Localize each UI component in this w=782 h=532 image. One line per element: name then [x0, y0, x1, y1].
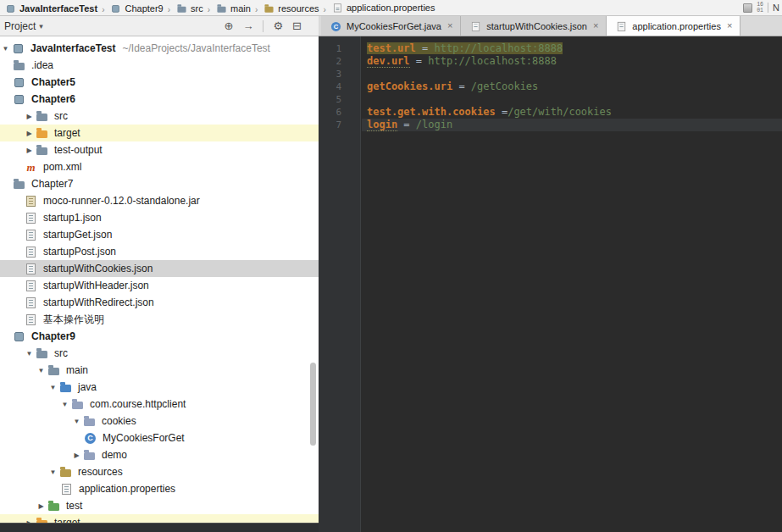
project-panel-title[interactable]: Project	[4, 20, 36, 32]
tree-item[interactable]: ▼java	[0, 379, 319, 396]
tree-item-label: startupGet.json	[42, 229, 114, 241]
tree-item-label: main	[64, 364, 90, 376]
project-tree[interactable]: ▼JavaInterfaceTest~/IdeaProjects/JavaInt…	[0, 36, 319, 524]
tree-item-label: Chapter9	[30, 330, 77, 342]
tree-item[interactable]: ▶target	[0, 125, 319, 141]
tree-item[interactable]: ▼com.course.httpclient	[0, 396, 319, 413]
json-icon	[24, 262, 38, 275]
tree-item[interactable]: ▼cookies	[0, 413, 319, 429]
tree-item[interactable]: ▼main	[0, 362, 319, 379]
tree-item[interactable]: 基本操作说明	[0, 311, 319, 328]
collapse-arrow-icon[interactable]: ▼	[24, 350, 35, 357]
tree-item-label: resources	[76, 466, 125, 478]
toolbar-row: Project ▾ ⊕→⚙⊟ CMyCookiesForGet.java×sta…	[0, 16, 782, 36]
package-icon	[82, 448, 97, 462]
tree-item-label: startup1.json	[42, 212, 103, 224]
folder-test-icon	[47, 499, 61, 513]
collapse-arrow-icon[interactable]: ▼	[36, 367, 47, 374]
folder-resources-icon	[263, 3, 275, 13]
bottom-strip	[0, 523, 319, 532]
tree-item[interactable]: startupWithCookies.json	[0, 260, 319, 277]
expand-arrow-icon[interactable]: ▶	[36, 502, 47, 510]
collapse-arrow-icon[interactable]: ▼	[0, 45, 11, 53]
tree-item[interactable]: .idea	[0, 57, 319, 74]
tree-item[interactable]: moco-runner-0.12.0-standalone.jar	[0, 192, 319, 209]
breadcrumb-label: JavaInterfaceTest	[19, 3, 97, 14]
tree-item-label: startupPost.json	[42, 246, 118, 258]
tree-item[interactable]: startupWithRedirect.json	[0, 294, 319, 311]
tree-item-label: demo	[100, 449, 129, 461]
expand-arrow-icon[interactable]: ▶	[24, 113, 35, 120]
tree-item-label: 基本操作说明	[42, 313, 106, 327]
jar-icon	[24, 194, 38, 208]
tree-item[interactable]: ▼src	[0, 345, 319, 362]
breadcrumb-item[interactable]: application.properties	[329, 1, 437, 14]
tab-label: startupWithCookies.json	[486, 21, 587, 31]
tree-item[interactable]: startupPost.json	[0, 243, 319, 260]
close-tab-icon[interactable]: ×	[447, 21, 452, 30]
tree-item[interactable]: mpom.xml	[0, 158, 319, 175]
code-token: getCookies.uri	[367, 80, 452, 92]
editor-tab[interactable]: CMyCookiesForGet.java×	[321, 16, 461, 36]
tree-item[interactable]: ▼JavaInterfaceTest~/IdeaProjects/JavaInt…	[0, 40, 319, 57]
json-icon	[24, 228, 38, 241]
collapse-arrow-icon[interactable]: ▼	[47, 384, 58, 391]
expand-arrow-icon[interactable]: ▶	[24, 130, 35, 137]
tree-item[interactable]: Chapter9	[0, 328, 319, 345]
tree-item[interactable]: startupWithHeader.json	[0, 277, 319, 294]
breadcrumb-label: application.properties	[347, 3, 435, 13]
tree-item-label: com.course.httpclient	[88, 398, 187, 410]
close-tab-icon[interactable]: ×	[593, 21, 598, 30]
breadcrumb-item[interactable]: src	[173, 2, 205, 15]
tree-item[interactable]: ▶src	[0, 108, 319, 125]
tree-item-label: Chapter6	[30, 93, 77, 105]
tree-item[interactable]: ▶test-output	[0, 141, 319, 158]
tree-item[interactable]: Chapter6	[0, 91, 319, 108]
expand-arrow-icon[interactable]: ▶	[71, 452, 82, 459]
breadcrumb-label: src	[191, 3, 203, 14]
breadcrumb-item[interactable]: main	[213, 2, 252, 15]
editor-tab[interactable]: startupWithCookies.json×	[461, 16, 607, 36]
breadcrumb-separator: ›	[208, 5, 210, 14]
breadcrumb-item[interactable]: JavaInterfaceTest	[2, 2, 99, 15]
tree-item[interactable]: ▼resources	[0, 463, 319, 480]
tree-item[interactable]: startup1.json	[0, 209, 319, 226]
collapse-arrow-icon[interactable]: ▼	[59, 401, 70, 408]
tree-item[interactable]: ▶demo	[0, 446, 319, 463]
expand-arrow-icon[interactable]: ▶	[24, 147, 35, 154]
tree-item-label: startupWithCookies.json	[42, 263, 154, 274]
code-token: http://localhost:8888	[428, 55, 557, 67]
tree-item[interactable]: ▶test	[0, 497, 319, 514]
settings-icon[interactable]: ⚙	[273, 20, 283, 31]
breadcrumb-item[interactable]: Chapter9	[107, 2, 164, 15]
tree-item[interactable]: application.properties	[0, 480, 319, 497]
json-icon	[24, 279, 38, 292]
collapse-arrow-icon[interactable]: ▼	[71, 418, 82, 425]
tree-item[interactable]: Chapter7	[0, 175, 319, 192]
close-tab-icon[interactable]: ×	[727, 21, 732, 30]
breadcrumb-items: JavaInterfaceTest›Chapter9›src›main›reso…	[2, 1, 437, 15]
module-icon	[12, 330, 26, 343]
update-info-icon	[743, 3, 752, 13]
collapse-all-icon[interactable]: ⊟	[292, 20, 302, 31]
tree-item-label: src	[53, 347, 69, 359]
folder-icon	[35, 143, 49, 157]
update-counter: 16 01	[757, 2, 763, 14]
code-line: test.get.with.cookies =/get/with/cookies	[362, 106, 782, 119]
tree-item[interactable]: startupGet.json	[0, 226, 319, 243]
tree-scrollbar-thumb[interactable]	[310, 363, 316, 446]
editor-tab[interactable]: application.properties×	[607, 16, 740, 36]
tree-item[interactable]: Chapter5	[0, 74, 319, 91]
code-token: =	[397, 119, 416, 130]
line-number: 5	[326, 93, 341, 106]
breadcrumb-item[interactable]: resources	[260, 2, 320, 15]
tree-item-label: moco-runner-0.12.0-standalone.jar	[42, 195, 202, 207]
properties-icon	[59, 482, 74, 496]
chevron-down-icon[interactable]: ▾	[39, 22, 43, 30]
locate-icon[interactable]: ⊕	[225, 20, 234, 31]
collapse-arrow-icon[interactable]: ▼	[47, 468, 58, 476]
scroll-to-source-icon[interactable]: →	[242, 20, 253, 31]
editor-code-area[interactable]: test.url = http://localhost:8888dev.url …	[362, 36, 782, 532]
editor[interactable]: 1234567 test.url = http://localhost:8888…	[319, 36, 782, 532]
tree-item[interactable]: CMyCookiesForGet	[0, 429, 319, 446]
